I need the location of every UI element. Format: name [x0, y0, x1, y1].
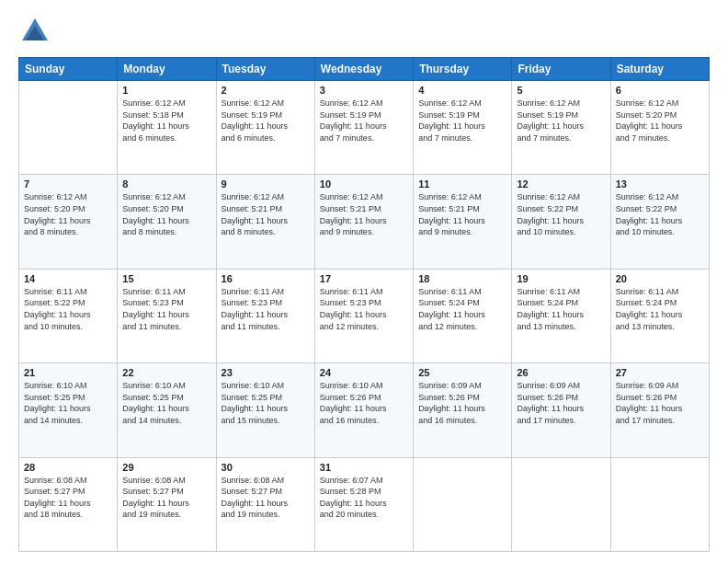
- calendar-week-row: 28Sunrise: 6:08 AMSunset: 5:27 PMDayligh…: [19, 457, 710, 551]
- day-info: Sunrise: 6:11 AMSunset: 5:23 PMDaylight:…: [122, 286, 210, 332]
- day-info: Sunrise: 6:10 AMSunset: 5:25 PMDaylight:…: [222, 380, 310, 426]
- table-row: 14Sunrise: 6:11 AMSunset: 5:22 PMDayligh…: [19, 269, 118, 362]
- table-row: 27Sunrise: 6:09 AMSunset: 5:26 PMDayligh…: [610, 363, 709, 457]
- day-info: Sunrise: 6:08 AMSunset: 5:27 PMDaylight:…: [24, 475, 112, 521]
- table-row: 13Sunrise: 6:12 AMSunset: 5:22 PMDayligh…: [610, 175, 709, 269]
- day-number: 29: [122, 462, 210, 473]
- day-number: 12: [517, 178, 605, 190]
- table-row: 16Sunrise: 6:11 AMSunset: 5:23 PMDayligh…: [216, 269, 314, 362]
- table-row: 30Sunrise: 6:08 AMSunset: 5:27 PMDayligh…: [216, 457, 314, 551]
- day-info: Sunrise: 6:10 AMSunset: 5:25 PMDaylight:…: [24, 380, 112, 426]
- table-row: 11Sunrise: 6:12 AMSunset: 5:21 PMDayligh…: [414, 175, 512, 269]
- day-number: 16: [222, 273, 310, 284]
- table-row: 6Sunrise: 6:12 AMSunset: 5:20 PMDaylight…: [610, 81, 709, 175]
- table-row: [414, 457, 512, 551]
- day-info: Sunrise: 6:10 AMSunset: 5:26 PMDaylight:…: [320, 380, 408, 426]
- table-row: 3Sunrise: 6:12 AMSunset: 5:19 PMDaylight…: [314, 81, 413, 175]
- day-number: 19: [517, 273, 605, 284]
- day-info: Sunrise: 6:12 AMSunset: 5:20 PMDaylight:…: [24, 191, 112, 237]
- day-info: Sunrise: 6:12 AMSunset: 5:19 PMDaylight:…: [517, 98, 605, 144]
- day-info: Sunrise: 6:12 AMSunset: 5:21 PMDaylight:…: [222, 191, 310, 237]
- table-row: 8Sunrise: 6:12 AMSunset: 5:20 PMDaylight…: [118, 175, 216, 269]
- col-saturday: Saturday: [610, 58, 709, 81]
- table-row: 22Sunrise: 6:10 AMSunset: 5:25 PMDayligh…: [118, 363, 216, 457]
- table-row: 15Sunrise: 6:11 AMSunset: 5:23 PMDayligh…: [118, 269, 216, 362]
- day-info: Sunrise: 6:12 AMSunset: 5:18 PMDaylight:…: [122, 98, 210, 144]
- page: Sunday Monday Tuesday Wednesday Thursday…: [0, 0, 728, 563]
- table-row: 5Sunrise: 6:12 AMSunset: 5:19 PMDaylight…: [512, 81, 610, 175]
- day-info: Sunrise: 6:12 AMSunset: 5:22 PMDaylight:…: [517, 191, 605, 237]
- day-number: 6: [616, 85, 704, 96]
- day-number: 9: [222, 178, 310, 190]
- day-info: Sunrise: 6:11 AMSunset: 5:24 PMDaylight:…: [517, 286, 605, 332]
- table-row: 18Sunrise: 6:11 AMSunset: 5:24 PMDayligh…: [414, 269, 512, 362]
- logo: [18, 15, 55, 48]
- day-info: Sunrise: 6:12 AMSunset: 5:22 PMDaylight:…: [616, 191, 704, 237]
- day-number: 17: [320, 273, 408, 284]
- day-number: 1: [122, 85, 210, 96]
- day-info: Sunrise: 6:08 AMSunset: 5:27 PMDaylight:…: [222, 475, 310, 521]
- day-number: 27: [616, 367, 704, 378]
- day-info: Sunrise: 6:12 AMSunset: 5:20 PMDaylight:…: [616, 98, 704, 144]
- day-number: 31: [320, 462, 408, 473]
- table-row: 4Sunrise: 6:12 AMSunset: 5:19 PMDaylight…: [414, 81, 512, 175]
- day-info: Sunrise: 6:12 AMSunset: 5:21 PMDaylight:…: [418, 191, 506, 237]
- day-info: Sunrise: 6:07 AMSunset: 5:28 PMDaylight:…: [320, 475, 408, 521]
- table-row: 25Sunrise: 6:09 AMSunset: 5:26 PMDayligh…: [414, 363, 512, 457]
- day-number: 5: [517, 85, 605, 96]
- table-row: [610, 457, 709, 551]
- table-row: [19, 81, 118, 175]
- col-wednesday: Wednesday: [314, 58, 413, 81]
- table-row: 28Sunrise: 6:08 AMSunset: 5:27 PMDayligh…: [19, 457, 118, 551]
- day-info: Sunrise: 6:11 AMSunset: 5:22 PMDaylight:…: [24, 286, 112, 332]
- day-number: 3: [320, 85, 408, 96]
- day-number: 21: [24, 367, 112, 378]
- table-row: 20Sunrise: 6:11 AMSunset: 5:24 PMDayligh…: [610, 269, 709, 362]
- day-number: 7: [24, 178, 112, 190]
- table-row: 9Sunrise: 6:12 AMSunset: 5:21 PMDaylight…: [216, 175, 314, 269]
- day-number: 18: [418, 273, 506, 284]
- calendar-week-row: 1Sunrise: 6:12 AMSunset: 5:18 PMDaylight…: [19, 81, 710, 175]
- day-info: Sunrise: 6:11 AMSunset: 5:23 PMDaylight:…: [320, 286, 408, 332]
- col-tuesday: Tuesday: [216, 58, 314, 81]
- day-number: 30: [222, 462, 310, 473]
- table-row: 12Sunrise: 6:12 AMSunset: 5:22 PMDayligh…: [512, 175, 610, 269]
- logo-icon: [18, 15, 51, 48]
- day-info: Sunrise: 6:12 AMSunset: 5:19 PMDaylight:…: [320, 98, 408, 144]
- day-number: 15: [122, 273, 210, 284]
- table-row: 10Sunrise: 6:12 AMSunset: 5:21 PMDayligh…: [314, 175, 413, 269]
- table-row: 1Sunrise: 6:12 AMSunset: 5:18 PMDaylight…: [118, 81, 216, 175]
- table-row: 2Sunrise: 6:12 AMSunset: 5:19 PMDaylight…: [216, 81, 314, 175]
- day-number: 20: [616, 273, 704, 284]
- table-row: 24Sunrise: 6:10 AMSunset: 5:26 PMDayligh…: [314, 363, 413, 457]
- day-info: Sunrise: 6:09 AMSunset: 5:26 PMDaylight:…: [517, 380, 605, 426]
- day-number: 10: [320, 178, 408, 190]
- table-row: 17Sunrise: 6:11 AMSunset: 5:23 PMDayligh…: [314, 269, 413, 362]
- day-info: Sunrise: 6:12 AMSunset: 5:19 PMDaylight:…: [222, 98, 310, 144]
- day-info: Sunrise: 6:12 AMSunset: 5:20 PMDaylight:…: [122, 191, 210, 237]
- day-info: Sunrise: 6:12 AMSunset: 5:21 PMDaylight:…: [320, 191, 408, 237]
- day-info: Sunrise: 6:08 AMSunset: 5:27 PMDaylight:…: [122, 475, 210, 521]
- day-info: Sunrise: 6:11 AMSunset: 5:23 PMDaylight:…: [222, 286, 310, 332]
- day-info: Sunrise: 6:09 AMSunset: 5:26 PMDaylight:…: [616, 380, 704, 426]
- day-number: 13: [616, 178, 704, 190]
- day-info: Sunrise: 6:11 AMSunset: 5:24 PMDaylight:…: [616, 286, 704, 332]
- col-sunday: Sunday: [19, 58, 118, 81]
- table-row: [512, 457, 610, 551]
- day-number: 2: [222, 85, 310, 96]
- day-info: Sunrise: 6:12 AMSunset: 5:19 PMDaylight:…: [418, 98, 506, 144]
- calendar-week-row: 7Sunrise: 6:12 AMSunset: 5:20 PMDaylight…: [19, 175, 710, 269]
- day-info: Sunrise: 6:10 AMSunset: 5:25 PMDaylight:…: [122, 380, 210, 426]
- day-info: Sunrise: 6:11 AMSunset: 5:24 PMDaylight:…: [418, 286, 506, 332]
- day-number: 25: [418, 367, 506, 378]
- day-number: 24: [320, 367, 408, 378]
- calendar-header-row: Sunday Monday Tuesday Wednesday Thursday…: [19, 58, 710, 81]
- calendar-week-row: 21Sunrise: 6:10 AMSunset: 5:25 PMDayligh…: [19, 363, 710, 457]
- table-row: 19Sunrise: 6:11 AMSunset: 5:24 PMDayligh…: [512, 269, 610, 362]
- table-row: 23Sunrise: 6:10 AMSunset: 5:25 PMDayligh…: [216, 363, 314, 457]
- col-monday: Monday: [118, 58, 216, 81]
- day-number: 8: [122, 178, 210, 190]
- col-friday: Friday: [512, 58, 610, 81]
- day-number: 26: [517, 367, 605, 378]
- table-row: 21Sunrise: 6:10 AMSunset: 5:25 PMDayligh…: [19, 363, 118, 457]
